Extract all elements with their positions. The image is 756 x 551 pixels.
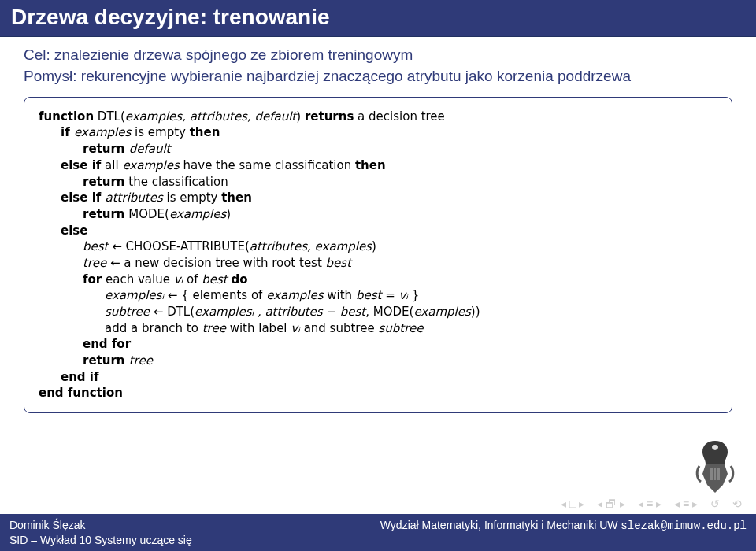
nav-subsection-icon[interactable]: ◂ ≡ ▸ [674,497,698,510]
nav-circarrow-icon[interactable]: ⟲ [732,497,742,510]
algo-line-8: else [39,223,717,239]
algorithm-box: function DTL(examples, attributes, defau… [24,97,732,413]
nav-first-icon[interactable]: ◂ □ ▸ [561,497,584,510]
goal-text: znalezienie drzewa spójnego ze zbiorem t… [50,46,413,63]
algo-line-18: end function [39,385,717,401]
footer-author: Dominik Ślęzak [9,519,85,532]
algo-line-3: return default [39,141,717,157]
algo-line-13: subtree ← DTL(examplesᵢ , attributes − b… [39,304,717,320]
beamer-nav: ◂ □ ▸ ◂ 🗗 ▸ ◂ ≡ ▸ ◂ ≡ ▸ ↺ ⟲ [561,497,742,510]
slide-title: Drzewa decyzyjne: trenowanie [11,5,745,30]
slide-content: Cel: znalezienie drzewa spójnego ze zbio… [0,37,756,413]
university-crest-icon [691,439,739,496]
footer-course: SID – Wykład 10 Systemy uczące się [9,534,747,546]
footer-email: slezak@mimuw.edu.pl [621,520,747,532]
algo-line-17: end if [39,369,717,386]
algo-line-9: best ← CHOOSE-ATTRIBUTE(attributes, exam… [39,239,717,255]
algo-line-4: else if all examples have the same class… [39,157,717,174]
nav-section-icon[interactable]: ◂ ≡ ▸ [638,497,662,510]
algo-line-2: if examples is empty then [39,124,717,141]
algo-line-1: function DTL(examples, attributes, defau… [39,109,717,125]
algo-line-6: else if attributes is empty then [39,190,717,206]
title-bar: Drzewa decyzyjne: trenowanie [0,0,756,37]
algo-line-5: return the classification [39,174,717,190]
nav-back-icon[interactable]: ↺ [710,497,720,510]
goal-line: Cel: znalezienie drzewa spójnego ze zbio… [24,46,732,64]
goal-prefix: Cel: [24,46,50,63]
idea-prefix: Pomysł: [24,68,77,84]
algo-line-7: return MODE(examples) [39,206,717,223]
footer-affiliation: Wydział Matematyki, Informatyki i Mechan… [380,519,747,532]
svg-rect-0 [710,468,720,480]
algo-line-12: examplesᵢ ← { elements of examples with … [39,287,717,304]
algo-line-11: for each value vᵢ of best do [39,272,717,288]
algo-line-10: tree ← a new decision tree with root tes… [39,255,717,272]
nav-prev-icon[interactable]: ◂ 🗗 ▸ [597,497,625,510]
footer-bar: Dominik Ślęzak Wydział Matematyki, Infor… [0,514,756,551]
algo-line-15: end for [39,336,717,353]
algo-line-14: add a branch to tree with label vᵢ and s… [39,320,717,337]
idea-line: Pomysł: rekurencyjne wybieranie najbardz… [24,67,732,86]
algo-line-16: return tree [39,353,717,369]
idea-text: rekurencyjne wybieranie najbardziej znac… [77,68,631,84]
